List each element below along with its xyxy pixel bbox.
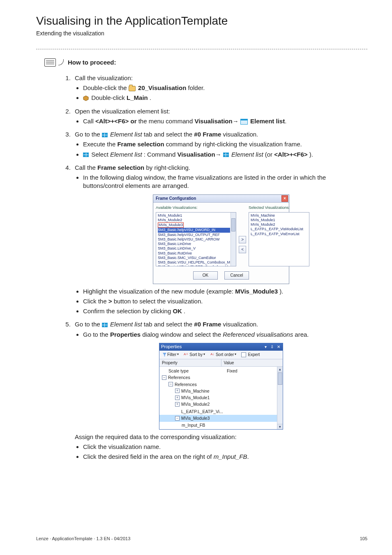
shortcut: <Alt>+<F6> <box>274 151 307 158</box>
scroll-down-icon[interactable]: ▾ <box>277 424 283 429</box>
element-list: Element list <box>231 151 263 158</box>
sort-by-button[interactable]: A✧ Sort by ▾ <box>182 351 207 358</box>
scrollbar[interactable] <box>231 213 236 266</box>
menu-path: Visualisation→ <box>177 151 221 158</box>
frame0: #0 Frame <box>194 321 221 328</box>
list-item[interactable]: MVis_Module2 <box>158 218 230 222</box>
list-item[interactable]: SM3_Basic.VISU_HELPERL_Combobox_M <box>158 260 230 265</box>
element-list-icon <box>83 153 89 157</box>
prop-name: MVis_Module2 <box>181 401 210 407</box>
table-row[interactable]: +MVis_Machine <box>159 388 283 394</box>
list-item[interactable]: SM3_Basic.helpVISU_OUTPUT_REF <box>158 233 230 237</box>
element-list-window-icon <box>240 119 248 125</box>
text: ). <box>309 151 313 158</box>
step-2-bullet-1: Call <Alt>+<F6> or the menu command Visu… <box>83 117 367 125</box>
dialog-titlebar: Frame Configuration × <box>153 195 289 203</box>
table-row[interactable]: −References <box>159 381 283 388</box>
move-right-button[interactable]: > <box>239 236 246 243</box>
filter-button[interactable]: Filter ▾ <box>161 351 180 358</box>
expand-icon[interactable]: + <box>175 395 180 400</box>
list-item[interactable]: MVis_Module1 <box>251 218 303 222</box>
transfer-buttons-column: > < <box>239 205 246 266</box>
collapse-icon[interactable]: − <box>175 416 180 421</box>
properties-toolbar: Filter ▾ A✧ Sort by ▾ A↓ Sort order ▾ <box>159 351 283 359</box>
list-item[interactable]: MVis_Machine <box>251 213 303 218</box>
prop-name: m_Input_FB <box>182 422 205 428</box>
collapse-icon[interactable]: − <box>168 382 173 386</box>
module-name: MVis_Module3 <box>235 288 278 295</box>
svg-marker-0 <box>83 96 88 101</box>
folder-icon <box>129 86 136 91</box>
prop-name: L_EATP.L_EATP_Vi... <box>181 409 223 414</box>
list-item[interactable]: SM3_Basic.helpVISU_SMC_ARROW <box>158 237 230 242</box>
close-button[interactable]: × <box>281 195 288 202</box>
list-item[interactable]: L_EATP.L_EATP_VisModuleList <box>251 227 303 231</box>
step-2-text: Open the visualization element list: <box>75 108 170 115</box>
text: button to select the visualization. <box>114 298 203 305</box>
expand-icon[interactable]: + <box>175 388 180 393</box>
tab-name: Element list <box>110 321 142 328</box>
selected-listbox[interactable]: MVis_Machine MVis_Module1 MVis_Module2 L… <box>249 212 309 266</box>
how-to-proceed-heading: How to proceed: <box>44 58 367 67</box>
list-item[interactable]: MVis_Module2 <box>251 222 303 227</box>
footer-left: Lenze · ApplicationTemplate · 1.3 EN - 0… <box>36 536 130 542</box>
scrollbar[interactable]: ▴ ▾ <box>277 367 283 429</box>
table-row[interactable]: L_EATP.L_EATP_Vi... <box>159 408 283 415</box>
list-item[interactable]: SM3_Basic.LinDrive_V <box>158 246 230 251</box>
properties-body: Scale type Fixed −References −References <box>159 367 283 429</box>
text: Double-click the <box>83 84 129 91</box>
frame-selection: Frame selection <box>117 141 164 148</box>
table-row[interactable]: +MVis_Module1 <box>159 394 283 401</box>
prop-name: MVis_Machine <box>181 388 210 394</box>
text: dialog window and select the <box>142 331 223 338</box>
step-3-bullet-2: Select Element list : Command Visualisat… <box>83 150 367 159</box>
list-item[interactable]: SM3_Basic.VISU_HELPER_Combobox_M <box>158 265 230 266</box>
cancel-button[interactable]: Cancel <box>224 271 249 280</box>
close-icon[interactable]: ✕ <box>276 345 281 349</box>
list-item[interactable]: SM3_Basic.SMC_VISU_CamEditor <box>158 256 230 260</box>
list-item[interactable]: L_EATP.L_EATP_VisErrorList <box>251 232 303 236</box>
text: . <box>150 94 151 101</box>
m-input-fb: m_Input_FB <box>214 453 247 460</box>
step-5-post-1: Assign the required data to the correspo… <box>75 433 367 441</box>
list-item[interactable]: SM3_Basic.LinDrive <box>158 242 230 246</box>
dropdown-icon[interactable]: ▾ <box>263 345 268 349</box>
step-5-post-bullet-2: Click the desired field in the area on t… <box>83 453 367 461</box>
sort-order-button[interactable]: A↓ Sort order ▾ <box>208 351 238 358</box>
highlighted-item: MVis_Module3 <box>158 222 184 228</box>
available-listbox[interactable]: MVis_Module1 MVis_Module2 MVis_Module3 S… <box>156 212 236 266</box>
list-item[interactable]: MVis_Module3 <box>158 222 230 228</box>
menu-item: Element list <box>250 118 285 125</box>
scroll-thumb[interactable] <box>278 372 282 385</box>
table-row[interactable]: +MVis_Module2 <box>159 401 283 407</box>
pin-icon[interactable]: ⇩ <box>270 345 274 349</box>
table-row[interactable]: m_Input_FB <box>159 422 283 428</box>
ok-button[interactable]: OK <box>193 271 218 280</box>
list-item[interactable]: MVis_Module1 <box>158 213 230 218</box>
lmain-name: L_Main <box>127 94 148 101</box>
text: folder. <box>188 84 205 91</box>
scroll-up-icon[interactable]: ▴ <box>277 367 283 372</box>
table-row[interactable]: −References <box>159 374 283 381</box>
label: Expert <box>248 352 260 358</box>
properties-label: Properties <box>110 331 141 338</box>
table-row-selected[interactable]: −MVis_Module3 <box>159 415 283 421</box>
expert-checkbox[interactable]: Expert <box>240 351 261 358</box>
step-3-bullet-1: Execute the Frame selection command by r… <box>83 140 367 148</box>
text: Click the <box>83 298 108 305</box>
expand-icon[interactable]: + <box>175 402 180 407</box>
prop-name: References <box>175 382 197 387</box>
list-item[interactable]: SM3_Basic.helpVISU_DWORD_IN <box>158 228 230 232</box>
collapse-icon[interactable]: − <box>162 375 166 380</box>
label: Sort by <box>189 352 203 358</box>
text: Go to the <box>83 331 110 338</box>
text: Select <box>91 151 110 158</box>
shortcut: <Alt>+<F6> or <box>95 118 136 125</box>
table-row[interactable]: Scale type Fixed <box>159 368 283 374</box>
move-left-button[interactable]: < <box>239 246 246 253</box>
step-4-after-3: Confirm the selection by clicking OK . <box>83 307 367 315</box>
list-item[interactable]: SM3_Basic.RotDrive <box>158 251 230 256</box>
scroll-thumb[interactable] <box>231 218 235 231</box>
prop-name: MVis_Module1 <box>181 395 210 400</box>
page-footer: Lenze · ApplicationTemplate · 1.3 EN - 0… <box>36 536 367 542</box>
